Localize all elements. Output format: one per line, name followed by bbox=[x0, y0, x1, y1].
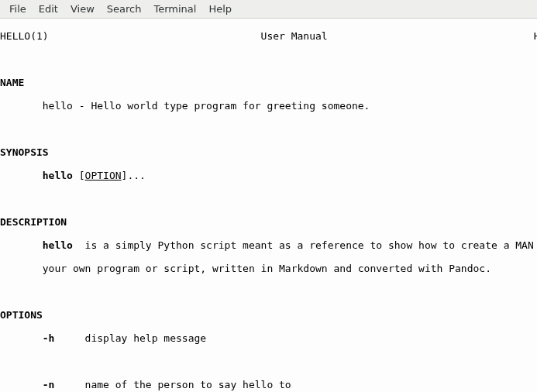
menu-help[interactable]: Help bbox=[202, 1, 238, 17]
menu-search[interactable]: Search bbox=[101, 1, 148, 17]
synopsis-option: OPTION bbox=[85, 170, 122, 181]
menu-edit[interactable]: Edit bbox=[33, 1, 64, 17]
section-options-heading: OPTIONS bbox=[0, 309, 537, 321]
section-name-text: hello - Hello world type program for gre… bbox=[43, 100, 370, 112]
section-description-heading: DESCRIPTION bbox=[0, 216, 537, 228]
header-left: HELLO(1) bbox=[0, 30, 49, 42]
description-text2: your own program or script, written in M… bbox=[43, 263, 491, 274]
menu-terminal[interactable]: Terminal bbox=[147, 1, 202, 17]
section-name-heading: NAME bbox=[0, 77, 537, 88]
synopsis-bracket-close: ]... bbox=[122, 170, 146, 181]
section-synopsis-heading: SYNOPSIS bbox=[0, 146, 537, 158]
description-cmd: hello bbox=[43, 239, 73, 251]
description-text1: is a simply Python script meant as a ref… bbox=[73, 239, 537, 251]
header-center: User Manual bbox=[261, 30, 328, 42]
option-n-desc: name of the person to say hello to bbox=[54, 379, 291, 390]
option-h-desc: display help message bbox=[54, 332, 206, 344]
header-right: HELLO(1) bbox=[534, 30, 537, 42]
option-n: -n bbox=[43, 379, 55, 390]
option-h: -h bbox=[43, 332, 55, 344]
menubar: File Edit View Search Terminal Help bbox=[0, 0, 537, 19]
terminal-output[interactable]: HELLO(1) User Manual HELLO(1) NAME hello… bbox=[0, 19, 537, 392]
menu-view[interactable]: View bbox=[64, 1, 101, 17]
synopsis-cmd: hello bbox=[43, 170, 73, 181]
synopsis-bracket-open: [ bbox=[73, 170, 85, 181]
menu-file[interactable]: File bbox=[3, 1, 33, 17]
